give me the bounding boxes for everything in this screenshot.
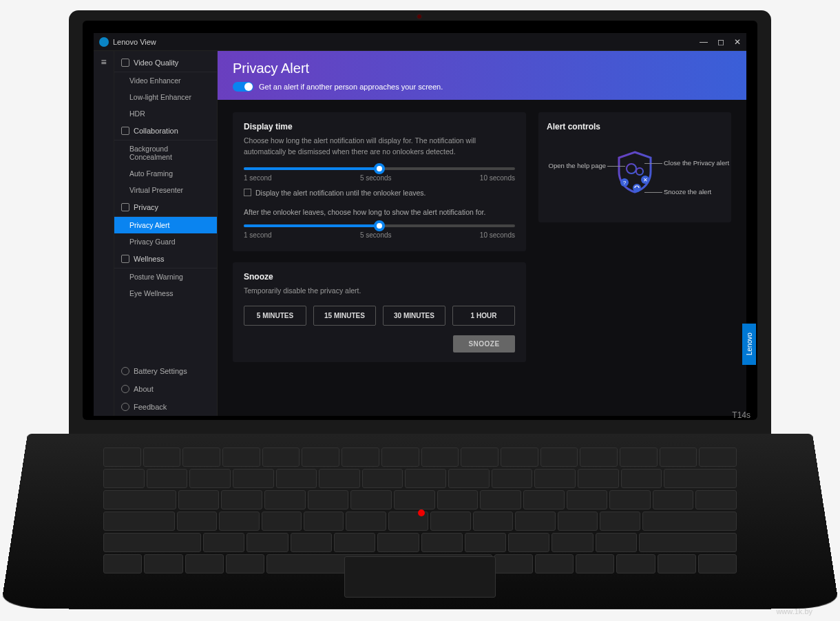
titlebar: Lenovo View — ◻ ✕ xyxy=(94,33,746,51)
info-icon xyxy=(121,385,129,393)
chat-icon xyxy=(121,403,129,411)
page-header: Privacy Alert Get an alert if another pe… xyxy=(218,51,746,100)
sidebar-section-wellness[interactable]: Wellness xyxy=(114,250,217,269)
collab-icon xyxy=(121,127,129,135)
sidebar-item-hdr[interactable]: HDR xyxy=(114,105,217,122)
trackpad xyxy=(344,556,496,598)
svg-point-6 xyxy=(633,184,641,192)
display-time-slider[interactable]: 1 second 5 seconds 10 seconds xyxy=(244,167,515,182)
snooze-action-button[interactable]: SNOOZE xyxy=(453,335,515,352)
display-time-desc: Choose how long the alert notification w… xyxy=(244,136,515,158)
laptop-model-badge: T14s xyxy=(732,410,750,420)
shield-icon xyxy=(121,203,129,211)
slider2-min-label: 1 second xyxy=(244,231,272,239)
app-title: Lenovo View xyxy=(113,38,156,46)
svg-point-1 xyxy=(636,168,643,175)
gear-icon xyxy=(121,367,129,375)
sidebar-item-eye-wellness[interactable]: Eye Wellness xyxy=(114,285,217,302)
alert-controls-title: Alert controls xyxy=(547,122,723,131)
trackpoint xyxy=(418,509,425,516)
persist-alert-label: Display the alert notification until the… xyxy=(255,189,426,197)
sidebar-item-auto-framing[interactable]: Auto Framing xyxy=(114,165,217,182)
display-time-title: Display time xyxy=(244,122,515,131)
snooze-title: Snooze xyxy=(244,272,515,282)
snooze-30min-button[interactable]: 30 MINUTES xyxy=(383,306,445,326)
app-window: Lenovo View — ◻ ✕ ≡ Video Quality Video … xyxy=(94,33,746,416)
window-close-icon[interactable]: ✕ xyxy=(734,37,741,47)
sidebar-item-battery-settings[interactable]: Battery Settings xyxy=(114,362,217,380)
snooze-15min-button[interactable]: 15 MINUTES xyxy=(313,306,376,326)
snooze-card: Snooze Temporarily disable the privacy a… xyxy=(233,262,526,363)
persist-alert-checkbox[interactable] xyxy=(244,189,251,196)
sidebar-section-video-quality[interactable]: Video Quality xyxy=(114,54,217,72)
page-title: Privacy Alert xyxy=(233,61,731,76)
toggle-description: Get an alert if another person approache… xyxy=(259,83,443,91)
after-onlooker-desc: After the onlooker leaves, choose how lo… xyxy=(244,208,515,216)
sidebar: Video Quality Video Enhancer Low-light E… xyxy=(114,51,218,416)
window-maximize-icon[interactable]: ◻ xyxy=(717,37,724,47)
heart-icon xyxy=(121,255,129,263)
sidebar-item-low-light-enhancer[interactable]: Low-light Enhancer xyxy=(114,89,217,105)
slider2-max-label: 10 seconds xyxy=(480,231,515,239)
camera xyxy=(417,14,422,19)
sidebar-section-privacy[interactable]: Privacy xyxy=(114,198,217,217)
slider-max-label: 10 seconds xyxy=(480,174,515,182)
svg-text:?: ? xyxy=(623,180,627,186)
watermark: www.1k.by xyxy=(776,607,812,615)
sidebar-item-virtual-presenter[interactable]: Virtual Presenter xyxy=(114,182,217,198)
window-minimize-icon[interactable]: — xyxy=(700,37,708,47)
sidebar-item-posture-warning[interactable]: Posture Warning xyxy=(114,269,217,285)
privacy-shield-icon: ? ✕ xyxy=(616,151,653,193)
alert-controls-card: Alert controls ? ✕ Open th xyxy=(538,112,731,222)
sidebar-item-privacy-alert[interactable]: Privacy Alert xyxy=(114,217,217,233)
sidebar-item-background-concealment[interactable]: Background Concealment xyxy=(114,140,217,165)
svg-point-0 xyxy=(627,164,636,173)
slider-min-label: 1 second xyxy=(244,174,272,182)
sidebar-item-video-enhancer[interactable]: Video Enhancer xyxy=(114,72,217,89)
sidebar-item-about[interactable]: About xyxy=(114,380,217,398)
display-time-card: Display time Choose how long the alert n… xyxy=(233,112,526,251)
sidebar-item-feedback[interactable]: Feedback xyxy=(114,398,217,416)
main-content: Privacy Alert Get an alert if another pe… xyxy=(218,51,746,416)
after-leave-slider[interactable]: 1 second 5 seconds 10 seconds xyxy=(244,224,515,239)
snooze-1hour-button[interactable]: 1 HOUR xyxy=(452,306,515,326)
keyboard xyxy=(103,448,737,554)
privacy-alert-toggle[interactable] xyxy=(233,82,253,92)
lenovo-brand-tag: Lenovo xyxy=(742,324,756,365)
callout-close: Close the Privacy alert xyxy=(664,159,723,167)
svg-text:✕: ✕ xyxy=(643,177,648,183)
video-icon xyxy=(121,59,129,67)
slider-mid-label: 5 seconds xyxy=(360,174,392,182)
slider2-mid-label: 5 seconds xyxy=(360,231,392,239)
app-icon xyxy=(99,37,109,47)
callout-help: Open the help page xyxy=(547,162,606,169)
hamburger-menu-icon[interactable]: ≡ xyxy=(94,51,114,416)
sidebar-section-collaboration[interactable]: Collaboration xyxy=(114,122,217,140)
callout-snooze: Snooze the alert xyxy=(664,188,723,196)
sidebar-item-privacy-guard[interactable]: Privacy Guard xyxy=(114,233,217,250)
snooze-desc: Temporarily disable the privacy alert. xyxy=(244,286,515,297)
snooze-5min-button[interactable]: 5 MINUTES xyxy=(244,306,306,326)
